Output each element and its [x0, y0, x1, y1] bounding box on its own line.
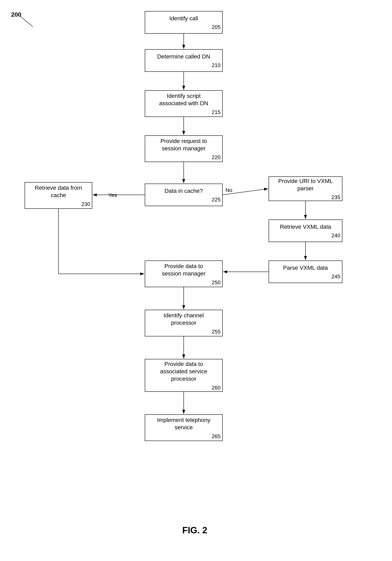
no-label: No: [225, 187, 232, 194]
fig-label: FIG. 2: [164, 525, 225, 535]
box-245: Parse VXML data 245: [269, 260, 342, 283]
yes-label: Yes: [108, 192, 117, 198]
ref-label: 200: [11, 11, 21, 18]
box-260: Provide data to associated service proce…: [145, 359, 223, 392]
box-255: Identify channel processor 255: [145, 310, 223, 336]
box-220: Provide request to session manager 220: [145, 135, 223, 162]
box-215: Identify script associated with DN 215: [145, 90, 223, 117]
box-230: Retrieve data from cache 230: [25, 182, 92, 209]
box-235: Provide URI to VXML parser 235: [269, 176, 342, 201]
diagram-container: 200 Identify call 205 Determine called D…: [0, 0, 392, 561]
box-240: Retrieve VXML data 240: [269, 219, 342, 242]
svg-line-0: [21, 16, 33, 27]
box-250: Provide data to session manager 250: [145, 260, 223, 287]
box-265: Implement telephony service 265: [145, 414, 223, 441]
box-205: Identify call 205: [145, 11, 223, 34]
box-225: Data in cache? 225: [145, 183, 223, 206]
box-210: Determine called DN 210: [145, 49, 223, 72]
